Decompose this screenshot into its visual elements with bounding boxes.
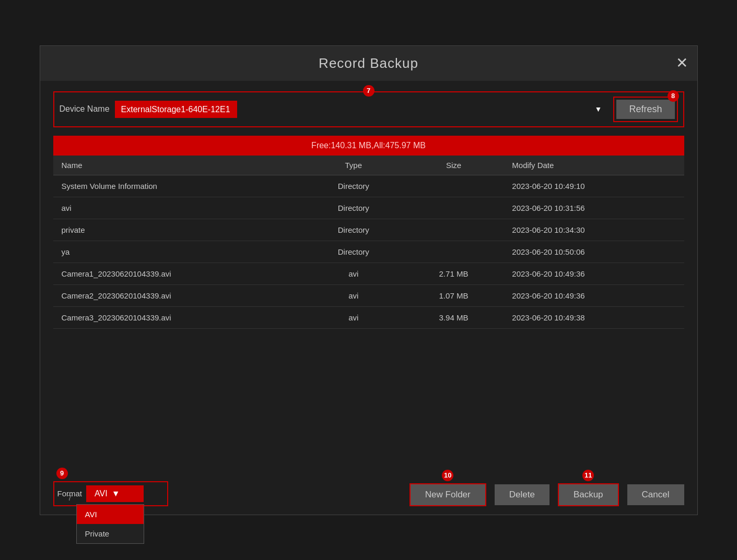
badge-7: 7: [363, 85, 375, 97]
table-row[interactable]: Camera1_20230620104339.avi avi 2.71 MB 2…: [53, 263, 684, 285]
refresh-button[interactable]: Refresh: [616, 100, 674, 119]
cell-type: Directory: [303, 219, 404, 241]
cell-type: avi: [303, 263, 404, 284]
cell-type: Directory: [303, 197, 404, 219]
format-option-avi[interactable]: AVI: [77, 505, 144, 524]
backup-button[interactable]: Backup: [559, 484, 618, 505]
cell-modify-date: 2023-06-20 10:49:10: [504, 175, 684, 197]
cell-size: [404, 175, 504, 197]
cell-type: Directory: [303, 175, 404, 197]
device-name-label: Device Name: [60, 104, 110, 114]
col-modify-date: Modify Date: [504, 156, 684, 175]
col-name: Name: [53, 156, 303, 175]
table-row[interactable]: Camera3_20230620104339.avi avi 3.94 MB 2…: [53, 307, 684, 329]
cell-type: avi: [303, 307, 404, 328]
cell-modify-date: 2023-06-20 10:50:06: [504, 241, 684, 263]
format-selected-value: AVI: [95, 489, 108, 498]
delete-button[interactable]: Delete: [495, 484, 549, 505]
cell-size: 3.94 MB: [404, 307, 504, 328]
bottom-actions: 10 New Folder Delete 11 Backup Cancel: [410, 481, 684, 506]
cell-modify-date: 2023-06-20 10:49:36: [504, 285, 684, 306]
cell-size: [404, 219, 504, 241]
badge-8: 8: [668, 90, 679, 102]
device-name-select[interactable]: ExternalStorage1-640E-12E1: [115, 101, 237, 118]
col-size: Size: [404, 156, 504, 175]
table-row[interactable]: Camera2_20230620104339.avi avi 1.07 MB 2…: [53, 285, 684, 307]
new-folder-button[interactable]: New Folder: [411, 484, 485, 505]
record-backup-dialog: Record Backup ✕ 7 Device Name ExternalSt…: [40, 45, 698, 515]
cell-name: System Volume Information: [53, 175, 303, 197]
cell-size: [404, 241, 504, 263]
cell-modify-date: 2023-06-20 10:49:36: [504, 263, 684, 284]
format-option-private[interactable]: Private: [77, 524, 144, 543]
badge-11: 11: [582, 470, 594, 481]
dialog-content: 7 Device Name ExternalStorage1-640E-12E1…: [40, 81, 697, 473]
table-header-row: Name Type Size Modify Date: [53, 156, 684, 175]
cell-name: Camera1_20230620104339.avi: [53, 263, 303, 284]
storage-info: Free:140.31 MB,All:475.97 MB: [53, 136, 684, 156]
cell-modify-date: 2023-06-20 10:49:38: [504, 307, 684, 328]
device-select-wrapper: ExternalStorage1-640E-12E1: [115, 101, 609, 118]
bottom-bar: 9 Format AVI ▼ AVI Private 7 1: [40, 473, 697, 515]
table-row[interactable]: avi Directory 2023-06-20 10:31:56: [53, 197, 684, 219]
cell-type: Directory: [303, 241, 404, 263]
table-row[interactable]: System Volume Information Directory 2023…: [53, 175, 684, 197]
badge-10: 10: [442, 470, 453, 481]
cell-name: avi: [53, 197, 303, 219]
dialog-title: Record Backup: [319, 55, 418, 72]
cell-name: Camera3_20230620104339.avi: [53, 307, 303, 328]
cell-name: Camera2_20230620104339.avi: [53, 285, 303, 306]
table-row[interactable]: private Directory 2023-06-20 10:34:30: [53, 219, 684, 241]
backup-wrapper-outer: 11 Backup: [558, 483, 619, 506]
new-folder-wrapper: 10 New Folder: [410, 483, 486, 506]
cell-size: 2.71 MB: [404, 263, 504, 284]
cell-type: avi: [303, 285, 404, 306]
backup-border: Backup: [558, 483, 619, 506]
cell-modify-date: 2023-06-20 10:31:56: [504, 197, 684, 219]
cell-name: ya: [53, 241, 303, 263]
format-dropdown-options: AVI Private: [76, 504, 144, 544]
cancel-button[interactable]: Cancel: [627, 484, 684, 505]
format-select-row: Format AVI ▼: [57, 485, 164, 502]
device-name-row: 7 Device Name ExternalStorage1-640E-12E1…: [53, 91, 684, 127]
badge-9: 9: [56, 468, 68, 479]
page-number: 7: [68, 494, 72, 502]
close-button[interactable]: ✕: [676, 56, 688, 70]
refresh-wrapper: 8 Refresh: [613, 97, 677, 122]
table-row[interactable]: ya Directory 2023-06-20 10:50:06: [53, 241, 684, 263]
cell-modify-date: 2023-06-20 10:34:30: [504, 219, 684, 241]
new-folder-border: New Folder: [410, 483, 486, 506]
title-bar: Record Backup ✕: [40, 46, 697, 81]
cell-name: private: [53, 219, 303, 241]
cell-size: [404, 197, 504, 219]
table-body: System Volume Information Directory 2023…: [53, 175, 684, 462]
col-type: Type: [303, 156, 404, 175]
cell-size: 1.07 MB: [404, 285, 504, 306]
format-dropdown-button[interactable]: AVI ▼: [86, 485, 144, 502]
file-table: Free:140.31 MB,All:475.97 MB Name Type S…: [53, 136, 684, 462]
chevron-down-icon: ▼: [112, 489, 120, 498]
